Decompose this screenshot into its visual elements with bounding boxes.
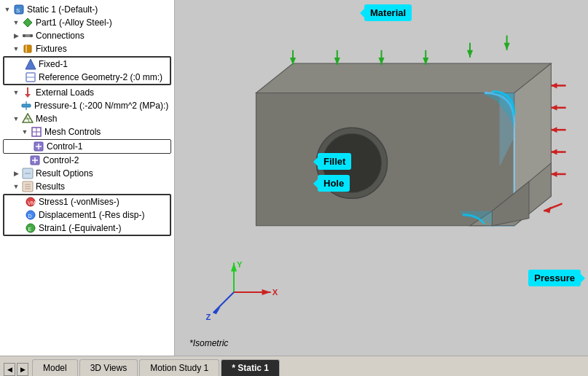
- tab-static-1[interactable]: * Static 1: [221, 359, 280, 376]
- part-icon: [22, 17, 34, 28]
- result-options-icon: [22, 168, 34, 179]
- tab-model[interactable]: Model: [32, 359, 78, 376]
- svg-marker-68: [467, 50, 473, 58]
- tab-motion-study[interactable]: Motion Study 1: [139, 359, 219, 376]
- tree-part[interactable]: ▼ Part1 (-Alloy Steel-): [0, 16, 174, 29]
- svg-marker-52: [551, 127, 557, 133]
- tab-3d-views[interactable]: 3D Views: [79, 359, 138, 376]
- tree-mesh[interactable]: ▼ Mesh: [0, 112, 174, 125]
- svg-marker-8: [26, 59, 36, 69]
- svg-marker-72: [231, 262, 237, 271]
- simulation-icon: S: [13, 4, 25, 15]
- svg-text:X: X: [273, 288, 278, 297]
- displacement-icon: D: [25, 209, 36, 221]
- fixtures-icon: [22, 43, 34, 55]
- bottom-tabs: ◀ ▶ Model 3D Views Motion Study 1 * Stat…: [0, 356, 588, 376]
- svg-line-77: [213, 292, 234, 313]
- svg-marker-40: [256, 63, 551, 93]
- connections-label: Connections: [36, 31, 85, 41]
- svg-marker-50: [551, 105, 557, 111]
- conn-arrow: ▶: [12, 31, 20, 40]
- svg-text:Z: Z: [206, 313, 211, 321]
- tree-results[interactable]: ▼ Results: [0, 180, 174, 193]
- mesh-controls-label: Mesh Controls: [44, 127, 101, 137]
- results-icon: [22, 181, 34, 192]
- tree-displacement[interactable]: D Displacement1 (-Res disp-): [4, 208, 170, 222]
- loads-arrow: ▼: [12, 88, 20, 97]
- svg-point-4: [23, 34, 26, 37]
- svg-marker-2: [23, 18, 32, 27]
- tree-connections[interactable]: ▶ Connections: [0, 29, 174, 42]
- mesh-ctrl-arrow: ▼: [20, 128, 29, 136]
- isometric-label: *Isometric: [189, 338, 228, 348]
- tree-mesh-controls[interactable]: ▼ Mesh Controls: [0, 125, 174, 138]
- svg-marker-12: [25, 94, 31, 98]
- external-loads-label: External Loads: [36, 87, 94, 98]
- control2-label: Control-2: [43, 155, 79, 165]
- viewport: Y X Z Material Fillet Hole Pressure *Iso: [175, 0, 588, 356]
- svg-marker-54: [551, 149, 557, 155]
- 3d-model: Y X Z: [175, 0, 588, 356]
- svg-marker-56: [551, 171, 557, 177]
- tree-control-1[interactable]: Control-1: [4, 140, 170, 153]
- svg-point-44: [323, 133, 382, 192]
- svg-rect-13: [22, 104, 31, 107]
- pressure-icon: [20, 100, 32, 111]
- pressure-label: Pressure-1 (:-200 N/mm^2 (MPa):): [34, 101, 168, 111]
- tree-control-2[interactable]: Control-2: [0, 154, 174, 167]
- control1-label: Control-1: [47, 141, 82, 152]
- tree-external-loads[interactable]: ▼ External Loads: [0, 86, 174, 99]
- result-options-label: Result Options: [36, 168, 93, 179]
- results-group: VM Stress1 (-vonMises-) D Displacement1 …: [3, 194, 171, 236]
- control1-icon: [33, 141, 44, 152]
- tree-pressure[interactable]: Pressure-1 (:-200 N/mm^2 (MPa):): [0, 99, 174, 112]
- root-label: Static 1 (-Default-): [27, 4, 98, 15]
- part-label: Part1 (-Alloy Steel-): [36, 17, 112, 28]
- tree-root[interactable]: ▼ S Static 1 (-Default-): [0, 3, 174, 16]
- mesh-ctrl-icon: [31, 126, 42, 138]
- fixed-label: Fixed-1: [39, 59, 68, 69]
- fix-arrow: ▼: [12, 44, 20, 53]
- svg-marker-48: [551, 82, 557, 88]
- svg-text:S: S: [16, 7, 20, 14]
- svg-text:D: D: [28, 214, 32, 219]
- tree-fixtures-group[interactable]: ▼ Fixtures: [0, 42, 174, 55]
- tab-nav-prev[interactable]: ◀: [4, 363, 15, 376]
- svg-point-5: [30, 34, 33, 37]
- results-arrow: ▼: [12, 182, 20, 191]
- left-panel: ▼ S Static 1 (-Default-) ▼ Part1 (-Alloy…: [0, 0, 175, 356]
- tab-navigation: ◀ ▶: [0, 363, 32, 376]
- fixtures-group-label: Fixtures: [36, 44, 67, 54]
- svg-marker-78: [213, 307, 221, 314]
- main-area: ▼ S Static 1 (-Default-) ▼ Part1 (-Alloy…: [0, 0, 588, 356]
- ref-geom-icon: [25, 71, 36, 83]
- svg-text:Y: Y: [237, 260, 243, 269]
- results-label: Results: [36, 181, 65, 192]
- mesh-arrow: ▼: [12, 114, 20, 123]
- displacement-label: Displacement1 (-Res disp-): [39, 210, 144, 220]
- conn-icon: [22, 30, 34, 42]
- fixed-icon: [25, 58, 36, 70]
- svg-rect-6: [24, 45, 31, 52]
- ref-geometry-label: Reference Geometry-2 (:0 mm:): [39, 72, 162, 82]
- tree-strain[interactable]: E Strain1 (-Equivalent-): [4, 222, 170, 235]
- root-arrow: ▼: [3, 5, 12, 14]
- control1-selected: Control-1: [3, 139, 171, 154]
- res-opt-arrow: ▶: [12, 169, 20, 178]
- tab-nav-next[interactable]: ▶: [17, 363, 28, 376]
- stress-icon: VM: [25, 196, 36, 208]
- mesh-icon: [22, 113, 34, 125]
- loads-icon: [22, 87, 34, 98]
- svg-text:E: E: [28, 227, 32, 232]
- stress-label: Stress1 (-vonMises-): [39, 197, 119, 207]
- tree-stress[interactable]: VM Stress1 (-vonMises-): [4, 195, 170, 208]
- strain-label: Strain1 (-Equivalent-): [39, 223, 121, 233]
- svg-text:VM: VM: [28, 200, 36, 205]
- svg-marker-70: [504, 43, 510, 50]
- tree-result-options[interactable]: ▶ Result Options: [0, 167, 174, 180]
- control2-icon: [29, 154, 41, 166]
- strain-icon: E: [25, 222, 36, 234]
- tree-ref-geometry[interactable]: Reference Geometry-2 (:0 mm:): [4, 71, 170, 84]
- svg-marker-75: [262, 289, 270, 295]
- tree-fixed-1[interactable]: Fixed-1: [4, 58, 170, 71]
